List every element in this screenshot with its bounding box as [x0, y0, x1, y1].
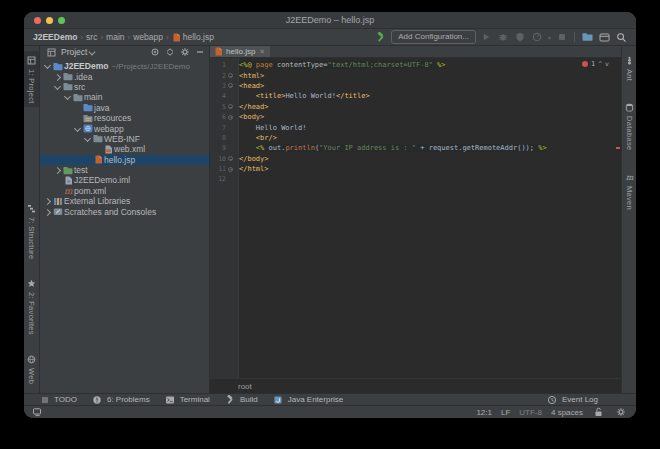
- dropdown-arrow-icon[interactable]: ▾: [548, 34, 551, 41]
- settings-button[interactable]: [180, 47, 190, 57]
- tool-window-icon: [45, 46, 58, 59]
- code-line: 2<html>: [210, 70, 621, 80]
- tree-chevron-icon[interactable]: [43, 207, 52, 217]
- zoom-window-button[interactable]: [58, 17, 65, 24]
- tree-item-test[interactable]: test: [40, 165, 209, 175]
- tool-stripe-button-2-favorites[interactable]: 2: Favorites: [24, 274, 39, 338]
- inspection-widget[interactable]: 1 ^ v: [582, 60, 609, 68]
- line-number: 7: [210, 124, 226, 132]
- stop-button[interactable]: [555, 31, 568, 44]
- tree-chevron-icon[interactable]: [43, 61, 52, 71]
- caret-position[interactable]: 12:1: [476, 408, 492, 417]
- locate-file-button[interactable]: [150, 47, 160, 57]
- fold-icon[interactable]: [228, 83, 233, 88]
- token-tag: </head>: [239, 103, 269, 111]
- status-bar-widgets: 12:1LFUTF-84 spaces: [476, 406, 627, 419]
- tree-item-java[interactable]: java: [40, 103, 209, 113]
- fold-icon[interactable]: [228, 73, 233, 78]
- tool-stripe-button-1-project[interactable]: 1: Project: [24, 51, 39, 107]
- fold-marker[interactable]: [226, 115, 235, 120]
- breadcrumb-file[interactable]: hello.jsp: [172, 32, 214, 42]
- fold-marker[interactable]: [226, 73, 235, 78]
- file-encoding[interactable]: UTF-8: [519, 408, 542, 417]
- line-separator[interactable]: LF: [501, 408, 510, 417]
- token-tag: </title>: [336, 92, 370, 100]
- search-everywhere-button[interactable]: [615, 31, 628, 44]
- tree-item-main[interactable]: main: [40, 92, 209, 102]
- add-configuration-button[interactable]: Add Configuration...: [391, 30, 476, 44]
- tree-chevron-icon[interactable]: [83, 134, 92, 144]
- iml-icon: [62, 176, 74, 185]
- editor-breadcrumbs: root: [210, 378, 621, 393]
- indent-size[interactable]: 4 spaces: [551, 408, 583, 417]
- tool-stripe-button-ant[interactable]: Ant: [622, 51, 637, 84]
- tree-item-hello-jsp[interactable]: hello.jsp: [40, 155, 209, 165]
- token-str: "Your IP address is : ": [319, 144, 416, 152]
- code-editor[interactable]: 1<%@ page contentType="text/html;charset…: [210, 58, 621, 378]
- tree-item-external-libraries[interactable]: External Libraries: [40, 196, 209, 206]
- tree-item-web-inf[interactable]: WEB-INF: [40, 134, 209, 144]
- prev-error-icon[interactable]: ^: [598, 60, 602, 68]
- next-error-icon[interactable]: v: [605, 60, 609, 68]
- fold-marker[interactable]: [226, 83, 235, 88]
- breadcrumb-root[interactable]: root: [238, 382, 252, 391]
- token-tag: <head>: [239, 82, 264, 90]
- tree-chevron-icon[interactable]: [53, 82, 62, 92]
- breadcrumb-item-main[interactable]: main: [106, 32, 124, 42]
- tab-hello-jsp[interactable]: hello.jsp ✕: [210, 46, 270, 57]
- fold-icon[interactable]: [228, 167, 233, 172]
- fold-marker[interactable]: [226, 156, 235, 161]
- breadcrumb-item-webapp[interactable]: webapp: [133, 32, 163, 42]
- run-button[interactable]: [480, 31, 493, 44]
- tree-item-src[interactable]: src: [40, 82, 209, 92]
- tree-chevron-icon[interactable]: [53, 72, 62, 82]
- fold-icon[interactable]: [228, 156, 233, 161]
- coverage-button[interactable]: [514, 31, 527, 44]
- tree-item--idea[interactable]: .idea: [40, 71, 209, 81]
- tree-chevron-icon[interactable]: [73, 124, 82, 134]
- tree-item-j2eedemo-iml[interactable]: J2EEDemo.iml: [40, 175, 209, 185]
- tree-item-resources[interactable]: resources: [40, 113, 209, 123]
- tree-chevron-icon[interactable]: [63, 92, 72, 102]
- code-line: 6<body>: [210, 112, 621, 122]
- open-project-button[interactable]: [581, 31, 594, 44]
- chevron-down-icon[interactable]: [88, 48, 98, 57]
- tool-stripe-button-web[interactable]: Web: [24, 350, 39, 387]
- tool-stripe-button-maven[interactable]: mMaven: [622, 168, 637, 213]
- fold-icon[interactable]: [228, 115, 233, 120]
- project-panel-title[interactable]: Project: [61, 47, 87, 57]
- token-plain: Hello World!: [285, 92, 336, 100]
- close-tab-icon[interactable]: ✕: [259, 48, 265, 56]
- tree-item-pom-xml[interactable]: mpom.xml: [40, 186, 209, 196]
- layout-button[interactable]: [598, 31, 611, 44]
- hide-panel-button[interactable]: [195, 47, 205, 57]
- notifications-settings-icon[interactable]: [614, 406, 627, 419]
- title-bar: J2EEDemo – hello.jsp: [24, 12, 636, 29]
- tree-chevron-icon[interactable]: [43, 196, 52, 206]
- collapse-all-button[interactable]: [165, 47, 175, 57]
- minimize-window-button[interactable]: [46, 17, 53, 24]
- tool-stripe-button-7-structure[interactable]: 7: Structure: [24, 199, 39, 262]
- tree-item-webapp[interactable]: webapp: [40, 123, 209, 133]
- debug-button[interactable]: [497, 31, 510, 44]
- fold-icon[interactable]: [228, 104, 233, 109]
- close-window-button[interactable]: [34, 17, 41, 24]
- tree-chevron-icon[interactable]: [53, 165, 62, 175]
- breadcrumb-item-src[interactable]: src: [86, 32, 97, 42]
- breadcrumb-project[interactable]: J2EEDemo: [33, 32, 77, 42]
- code-line: 9 <% out.println("Your IP address is : "…: [210, 143, 621, 153]
- left-stripe-bottom: 7: Structure2: FavoritesWeb: [24, 199, 39, 393]
- tree-item-web-xml[interactable]: web.xml: [40, 144, 209, 154]
- tree-item-j2eedemo[interactable]: J2EEDemo~/Projects/J2EEDemo: [40, 61, 209, 71]
- tree-chevron-spacer: [83, 155, 92, 165]
- lock-icon[interactable]: [592, 406, 605, 419]
- fold-marker[interactable]: [226, 167, 235, 172]
- hide-tool-windows-icon[interactable]: [30, 406, 43, 419]
- tool-stripe-label: 2: Favorites: [27, 292, 36, 335]
- fold-marker[interactable]: [226, 104, 235, 109]
- error-stripe-mark[interactable]: [616, 147, 620, 149]
- tool-stripe-button-database[interactable]: Database: [622, 98, 637, 154]
- tree-item-scratches-and-consoles[interactable]: Scratches and Consoles: [40, 206, 209, 216]
- profiler-button[interactable]: [531, 31, 544, 44]
- build-hammer-icon[interactable]: [374, 31, 387, 44]
